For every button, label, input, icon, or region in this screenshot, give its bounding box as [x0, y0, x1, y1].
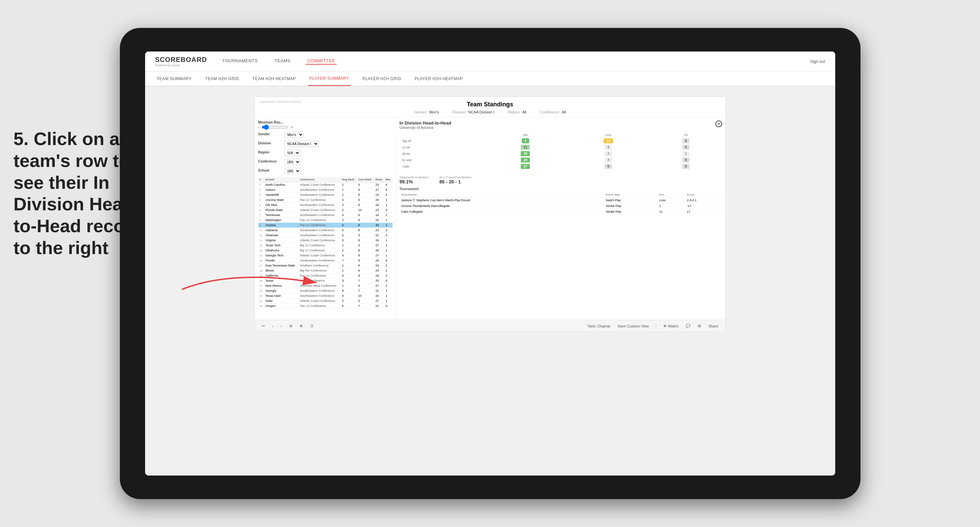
team-row[interactable]: 15 Georgia Tech Atlantic Coast Conferenc… [258, 253, 393, 258]
forward-button[interactable]: › [279, 324, 284, 329]
team-conference: Pac-12 Conference [299, 218, 341, 223]
logo-text: SCOREBOARD [155, 56, 207, 63]
sub-nav-player-h2h-grid[interactable]: PLAYER H2H GRID [361, 72, 403, 86]
gender-filter-label: Gender [258, 132, 282, 136]
team-row[interactable]: 25 Oregon Pac-12 Conference 5 7 21 0 [258, 303, 393, 309]
view-original-button[interactable]: View: Original [585, 324, 612, 329]
team-wins: 4 [384, 183, 392, 187]
team-conf-rank: 9 [357, 258, 374, 263]
team-rnds: 27 [374, 298, 384, 303]
tourn-pos-2: 1 [657, 203, 685, 209]
team-reg-rank: 8 [341, 288, 357, 294]
team-rnds: 24 [374, 263, 384, 268]
paste-button[interactable]: ⊕ [298, 323, 305, 329]
time-button[interactable]: ⏱ [308, 324, 316, 329]
team-row[interactable]: 7 Tennessee Southeastern Conference 4 6 … [258, 213, 393, 218]
team-row[interactable]: 5 Ole Miss Southeastern Conference 3 6 1… [258, 203, 393, 208]
team-name: Texas Tech [264, 243, 299, 248]
team-row[interactable]: 9 Arizona Pac-12 Conference 5 8 30 2 [258, 223, 393, 228]
sub-nav-team-h2h-grid[interactable]: TEAM H2H GRID [203, 72, 241, 86]
back-button[interactable]: ‹ [270, 324, 276, 329]
team-rnds: 27 [374, 283, 384, 288]
team-conference: Southeastern Conference [299, 203, 341, 208]
sign-out-button[interactable]: Sign out [810, 59, 825, 64]
team-rnds: 21 [374, 288, 384, 294]
team-name: Tennessee [264, 213, 299, 218]
conference-filter-row: Conference (All) [258, 159, 393, 165]
h2h-loss-1125: 8 [567, 144, 650, 151]
team-conference: Big 12 Conference [299, 243, 341, 248]
save-custom-button[interactable]: Save Custom View [616, 324, 651, 329]
conference-filter-select[interactable]: (All) [285, 159, 301, 165]
team-name: Vanderbilt [264, 192, 299, 198]
team-row[interactable]: 11 Arkansas Southeastern Conference 6 8 … [258, 233, 393, 238]
region-filter-label: Region [258, 151, 282, 154]
sub-nav-player-h2h-heatmap[interactable]: PLAYER H2H HEATMAP [413, 72, 465, 86]
nav-tournaments[interactable]: TOURNAMENTS [221, 58, 259, 65]
team-row[interactable]: 8 Washington Pac-12 Conference 2 8 23 1 [258, 218, 393, 223]
h2h-tie-1125: 0 [650, 144, 722, 151]
gender-filter-row: Gender Men's [258, 132, 393, 138]
team-rank: 10 [258, 228, 264, 233]
team-row[interactable]: 2 Auburn Southeastern Conference 1 9 27 … [258, 187, 393, 192]
team-rnds: 23 [374, 218, 384, 223]
team-row[interactable]: 6 Florida State Atlantic Coast Conferenc… [258, 208, 393, 213]
h2h-title-area: In Division Head-to-Head University of A… [399, 121, 452, 130]
sub-nav-player-summary[interactable]: PLAYER SUMMARY [308, 72, 351, 86]
team-row[interactable]: 14 Oklahoma Big 12 Conference 2 8 26 2 [258, 248, 393, 253]
share-button[interactable]: Share [706, 324, 720, 329]
team-rank: 6 [258, 208, 264, 213]
team-wins: 5 [384, 192, 392, 198]
team-rnds: 27 [374, 187, 384, 192]
team-wins: 6 [384, 187, 392, 192]
h2h-stats-row: Opponents in division: 99.1% W-L-T recor… [399, 176, 722, 184]
team-reg-rank: 4 [341, 253, 357, 258]
nav-committee[interactable]: COMMITTEE [306, 58, 337, 65]
update-time: Update time: 27/03/2024 15:56:26 [260, 100, 301, 103]
team-rnds: 27 [374, 243, 384, 248]
team-conf-rank: 8 [357, 253, 374, 258]
team-name: Arizona State [264, 198, 299, 203]
h2h-tie-gt100: 0 [650, 163, 722, 170]
close-button[interactable]: ✕ [715, 121, 722, 127]
copy-button[interactable]: ⧉ [288, 323, 294, 329]
sub-nav-team-summary[interactable]: TEAM SUMMARY [155, 72, 194, 86]
h2h-win-1125: 11 [484, 144, 567, 151]
gender-filter-select[interactable]: Men's [285, 132, 304, 138]
team-wins: 2 [384, 248, 392, 253]
team-conf-rank: 9 [357, 283, 374, 288]
team-row[interactable]: 1 North Carolina Atlantic Coast Conferen… [258, 183, 393, 187]
team-rank: 2 [258, 187, 264, 192]
min-rounds-slider[interactable] [262, 126, 288, 129]
tournament-table: Tournament Event Type Pos Score Jackson … [399, 192, 722, 215]
h2h-row-gt100: >100 27 0 0 [399, 163, 722, 170]
school-filter-select[interactable]: (All) [285, 168, 301, 174]
team-conference: Pac-12 Conference [299, 223, 341, 228]
col-conf-rank: Conf Rank [357, 177, 374, 183]
opponents-value: 99.1% [399, 179, 430, 184]
team-rnds: 24 [374, 238, 384, 243]
team-conf-rank: 8 [357, 263, 374, 268]
team-row[interactable]: 12 Virginia Atlantic Coast Conference 3 … [258, 238, 393, 243]
watch-button[interactable]: 👁 Watch [661, 324, 680, 329]
team-reg-rank: 9 [341, 294, 357, 298]
nav-items: TOURNAMENTS TEAMS COMMITTEE [221, 58, 810, 65]
team-wins: 3 [384, 228, 392, 233]
undo-button[interactable]: ↩ [260, 323, 267, 329]
region-filter-select[interactable]: N/A [285, 150, 300, 156]
team-row[interactable]: 13 Texas Tech Big 12 Conference 1 9 27 2 [258, 243, 393, 248]
nav-teams[interactable]: TEAMS [273, 58, 292, 65]
team-row[interactable]: 10 Alabama Southeastern Conference 5 8 2… [258, 228, 393, 233]
team-rnds: 23 [374, 208, 384, 213]
comment-button[interactable]: 💬 [684, 323, 692, 329]
team-reg-rank: 3 [341, 203, 357, 208]
team-reg-rank: 5 [341, 223, 357, 228]
h2h-loss-2650: 2 [567, 151, 650, 157]
team-row[interactable]: 3 Vanderbilt Southeastern Conference 2 8… [258, 192, 393, 198]
division-filter-select[interactable]: NCAA Division I [285, 141, 319, 147]
team-reg-rank: 4 [341, 198, 357, 203]
sub-nav-team-h2h-heatmap[interactable]: TEAM H2H HEATMAP [251, 72, 298, 86]
grid-button[interactable]: ⊞ [696, 323, 703, 329]
team-row[interactable]: 4 Arizona State Pac-12 Conference 4 6 26… [258, 198, 393, 203]
annotation-arrow [165, 262, 333, 303]
